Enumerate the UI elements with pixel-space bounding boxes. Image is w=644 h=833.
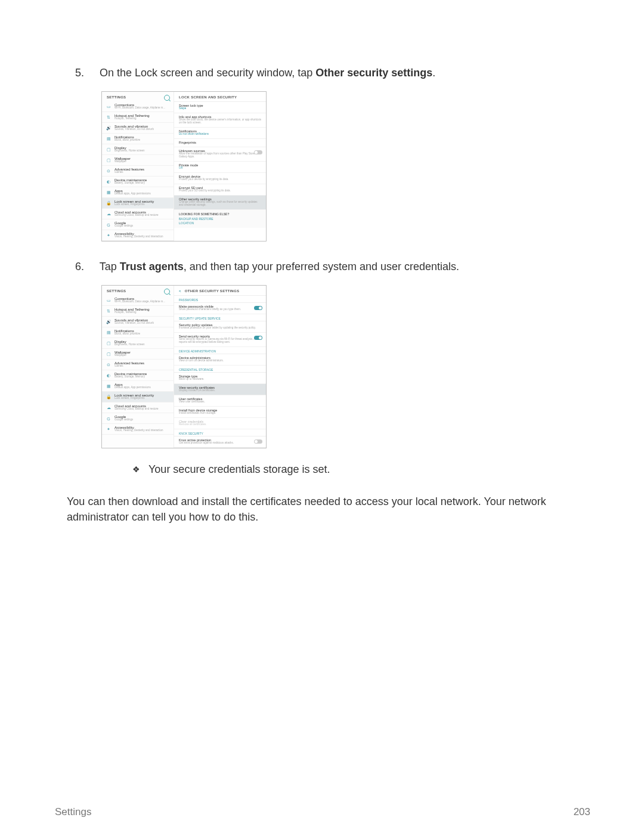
sidebar-item[interactable]: ☁Cloud and accountsSamsung Cloud, Backup… <box>102 402 174 413</box>
sidebar-item[interactable]: ▤NotificationsBlock, allow, prioritize <box>102 134 174 144</box>
step-6: 6. Tap Trust agents, and then tap your p… <box>55 259 590 476</box>
panel-item[interactable]: Fingerprints <box>174 139 266 147</box>
sidebar-item[interactable]: ◐Device maintenanceBattery, Storage, Mem… <box>102 370 174 381</box>
sidebar-item[interactable]: ⊙Advanced featuresGames <box>102 166 174 176</box>
sidebar-item-sub: Wallpaper <box>114 160 131 163</box>
panel-item[interactable]: Make passwords visibleShow password char… <box>174 303 266 314</box>
sidebar-item-sub: Wi-Fi, Bluetooth, Data usage, Airplane m… <box>114 107 165 110</box>
sidebar-icon: G <box>106 222 112 228</box>
panel-item-sub: Allow the installation of apps from sour… <box>179 153 261 159</box>
looking-link-location[interactable]: LOCATION <box>179 221 261 225</box>
sidebar-icon: ▢ <box>106 147 112 153</box>
sidebar-icon: ▦ <box>106 383 112 389</box>
panel-item[interactable]: Install from device storageInstall certi… <box>174 407 266 418</box>
panel-item-sub: Protect your device by encrypting its da… <box>179 178 261 181</box>
search-icon[interactable] <box>164 289 170 295</box>
panel-item[interactable]: Info and app shortcutsShow the dual cloc… <box>174 113 266 128</box>
sidebar-item[interactable]: GGoogleGoogle settings <box>102 413 174 424</box>
panel-item-sub: Get extra protection against malicious a… <box>179 442 261 445</box>
sidebar-item[interactable]: ✦AccessibilityVision, Hearing, Dexterity… <box>102 424 174 435</box>
panel-item[interactable]: Unknown sourcesAllow the installation of… <box>174 147 266 162</box>
sidebar-item[interactable]: 🔒Lock screen and securityLock screen, Fi… <box>102 198 174 209</box>
sidebar-item[interactable]: ▢WallpaperWallpaper <box>102 155 174 166</box>
sidebar-item-sub: Vision, Hearing, Dexterity and interacti… <box>114 236 163 239</box>
section-header: SECURITY UPDATE SERVICE <box>174 314 266 321</box>
panel-item[interactable]: Other security settingsChange other secu… <box>174 196 266 210</box>
toggle-switch[interactable] <box>254 150 262 154</box>
sidebar-item[interactable]: ◐Device maintenanceBattery, Storage, Mem… <box>102 176 174 187</box>
sidebar-icon: ▤ <box>106 136 112 142</box>
panel-item[interactable]: Knox active protectionGet extra protecti… <box>174 436 266 448</box>
panel-item[interactable]: Encrypt deviceProtect your device by enc… <box>174 173 266 184</box>
panel-item-sub: Send security reports to Samsung via Wi-… <box>179 338 261 344</box>
sidebar-item-sub: Samsung Cloud, Backup and restore <box>114 214 159 217</box>
sidebar-item[interactable]: ▢WallpaperWallpaper <box>102 349 174 360</box>
step-text-pre: On the Lock screen and security window, … <box>100 67 315 79</box>
sidebar-item[interactable]: ▭ConnectionsWi-Fi, Bluetooth, Data usage… <box>102 101 174 112</box>
panel-item[interactable]: Encrypt SD cardProtect your SD card by e… <box>174 184 266 196</box>
panel-item[interactable]: NotificationsDo not show notifications <box>174 128 266 139</box>
sidebar-icon: G <box>106 416 112 422</box>
back-icon[interactable]: < <box>179 289 181 293</box>
sidebar-item[interactable]: ☁Cloud and accountsSamsung Cloud, Backup… <box>102 209 174 219</box>
sidebar-item[interactable]: ▦AppsDefault apps, App permissions <box>102 187 174 198</box>
sidebar-item-sub: Vision, Hearing, Dexterity and interacti… <box>114 429 163 432</box>
looking-for-box: LOOKING FOR SOMETHING ELSE? BACKUP AND R… <box>174 210 266 228</box>
lock-screen-panel: LOCK SCREEN AND SECURITY Screen lock typ… <box>174 92 266 241</box>
looking-link-backup[interactable]: BACKUP AND RESTORE <box>179 217 261 221</box>
sidebar-icon: ⊙ <box>106 362 112 368</box>
sidebar-item[interactable]: ▦AppsDefault apps, App permissions <box>102 381 174 392</box>
step-number: 5. <box>86 66 97 80</box>
panel-item[interactable]: User certificatesView user certificates. <box>174 395 266 407</box>
sidebar-icon: ◐ <box>106 373 112 379</box>
looking-heading: LOOKING FOR SOMETHING ELSE? <box>179 212 261 216</box>
panel-item: Clear credentialsRemove all certificates… <box>174 418 266 429</box>
sidebar-item[interactable]: 🔒Lock screen and securityLock screen, Fi… <box>102 392 174 402</box>
panel-item-sub: Change other security settings, such as … <box>179 201 261 207</box>
sidebar-item[interactable]: ▢DisplayBrightness, Home screen <box>102 338 174 349</box>
sidebar-item[interactable]: ▢DisplayBrightness, Home screen <box>102 144 174 155</box>
panel-item-sub: Off <box>179 167 261 170</box>
sidebar-item-sub: Brightness, Home screen <box>114 150 145 153</box>
footer-page-number: 203 <box>574 806 590 818</box>
panel-item[interactable]: Private modeOff <box>174 162 266 173</box>
panel-item-sub: Install certificates from storage. <box>179 412 261 415</box>
panel-item[interactable]: Security policy updatesIncrease protecti… <box>174 321 266 333</box>
toggle-switch[interactable] <box>254 306 262 310</box>
sidebar-item[interactable]: ▭ConnectionsWi-Fi, Bluetooth, Data usage… <box>102 295 174 306</box>
panel-item[interactable]: Storage typeBack up to hardware. <box>174 373 266 384</box>
sidebar-icon: ▭ <box>106 298 112 304</box>
footer-section: Settings <box>55 806 91 818</box>
toggle-switch[interactable] <box>254 336 262 340</box>
search-icon[interactable] <box>164 95 170 101</box>
sidebar-item-sub: Games <box>114 171 144 174</box>
panel-item[interactable]: Send security reportsSend security repor… <box>174 333 266 347</box>
panel-title: < OTHER SECURITY SETTINGS <box>174 286 266 296</box>
sidebar-item[interactable]: ✦AccessibilityVision, Hearing, Dexterity… <box>102 230 174 241</box>
sidebar-item[interactable]: ▤NotificationsBlock, allow, prioritize <box>102 327 174 338</box>
sidebar-icon: ▦ <box>106 190 112 196</box>
sidebar-icon: ⇅ <box>106 308 112 314</box>
sidebar-item[interactable]: 🔊Sounds and vibrationSounds, Vibration, … <box>102 123 174 134</box>
sidebar-icon: ☁ <box>106 211 112 217</box>
step-number: 6. <box>86 259 97 274</box>
sidebar-icon: ✦ <box>106 426 112 432</box>
sidebar-item[interactable]: ⊙Advanced featuresGames <box>102 360 174 370</box>
panel-item-sub: Show password characters briefly as you … <box>179 308 261 311</box>
step-text-bold: Other security settings <box>315 67 432 79</box>
sidebar-item-sub: Default apps, App permissions <box>114 386 151 389</box>
panel-item[interactable]: Screen lock typeSwipe <box>174 102 266 113</box>
toggle-switch[interactable] <box>254 439 262 444</box>
panel-item-sub: Display trusted CA certificates. <box>179 389 261 392</box>
sidebar-title: SETTINGS <box>102 92 174 101</box>
panel-item[interactable]: View security certificatesDisplay truste… <box>174 384 266 395</box>
settings-sidebar: SETTINGS ▭ConnectionsWi-Fi, Bluetooth, D… <box>102 286 174 447</box>
panel-item[interactable]: Device administratorsView or turn off de… <box>174 354 266 366</box>
sidebar-item[interactable]: ⇅Hotspot and TetheringHotspot, Tethering <box>102 112 174 123</box>
sidebar-item[interactable]: GGoogleGoogle settings <box>102 219 174 230</box>
panel-title: LOCK SCREEN AND SECURITY <box>174 92 266 102</box>
sidebar-item[interactable]: 🔊Sounds and vibrationSounds, Vibration, … <box>102 317 174 327</box>
sidebar-item[interactable]: ⇅Hotspot and TetheringHotspot, Tethering <box>102 306 174 317</box>
sidebar-item-sub: Block, allow, prioritize <box>114 139 140 142</box>
closing-paragraph: You can then download and install the ce… <box>67 494 590 525</box>
